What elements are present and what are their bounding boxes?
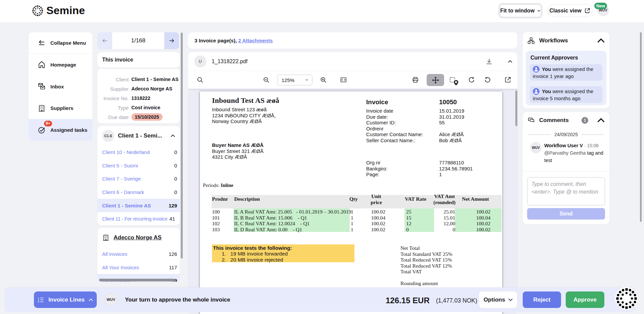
svg-text:3: 3	[38, 301, 39, 303]
